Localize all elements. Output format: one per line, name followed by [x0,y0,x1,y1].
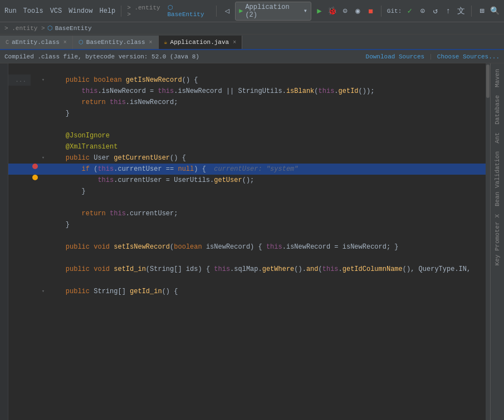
warning-dot [32,175,38,180]
back-button[interactable]: ◁ [222,6,232,16]
profile-button[interactable]: ◉ [353,6,363,16]
scrollbar-thumb[interactable] [486,65,490,98]
code-line: public void setIsNewRecord(boolean isNew… [8,241,490,253]
tab-label-application: Application.java [170,39,229,46]
java-icon: ☕ [164,39,168,46]
database-label[interactable]: Database [493,92,502,128]
code-line: } [8,108,490,119]
breadcrumb-baseentity[interactable]: ⬡ BaseEntity [168,4,211,18]
breadcrumb-icon: ⬡ [47,24,53,32]
key-promoter-label[interactable]: Key Promoter X [493,211,502,269]
menu-window[interactable]: Window [68,7,92,15]
code-line: ▾ public String[] getId_in() { [8,286,490,297]
close-aentity-icon[interactable]: × [63,39,67,46]
code-line: @JsonIgnore [8,130,490,141]
choose-sources-link[interactable]: Choose Sources... [437,53,500,60]
notification-text: Compiled .class file, bytecode version: … [4,53,199,60]
tab-label-aentity: aEntity.class [12,39,60,46]
close-application-icon[interactable]: × [233,39,236,46]
layout-button[interactable]: ⊞ [477,6,487,16]
bean-validation-label[interactable]: Bean Validation [493,148,502,210]
code-line: return this.currentUser; [8,208,490,219]
notification-bar: Compiled .class file, bytecode version: … [0,50,504,63]
breakpoint-dot [32,164,38,169]
tabs-bar: C aEntity.class × ⬡ BaseEntity.class × ☕… [0,34,504,50]
debug-button[interactable]: 🐞 [327,6,337,16]
right-panel: Maven Database Ant Bean Validation Key P… [490,63,504,420]
menu-bar: Run Tools VCS Window Help [4,7,115,15]
app-run-dropdown[interactable]: ▶ Application (2) ▾ [235,2,311,21]
git-clock[interactable]: ⊙ [418,6,427,16]
code-line: } [8,219,490,230]
ant-label[interactable]: Ant [493,129,502,147]
breadcrumb-entity: > .entity > [127,4,165,18]
run-button[interactable]: ▶ [315,6,324,16]
code-line: this.isNewRecord = this.isNewRecord || S… [8,86,490,97]
git-push[interactable]: ↑ [443,6,453,16]
breadcrumb-class: BaseEntity [55,25,92,32]
tab-aentity[interactable]: C aEntity.class × [0,36,73,49]
top-toolbar: Run Tools VCS Window Help > .entity > ⬡ … [0,0,504,22]
code-line: @XmlTransient [8,141,490,152]
download-sources-link[interactable]: Download Sources [366,53,425,60]
tab-label-baseentity: BaseEntity.class [86,39,145,46]
class-icon-base: ⬡ [79,39,84,46]
left-gutter [0,63,8,420]
translate-button[interactable]: 文 [456,6,466,16]
class-icon: C [6,39,9,46]
code-line [8,230,490,241]
git-update[interactable]: ↺ [430,6,440,16]
code-line: public void setId_in(String[] ids) { thi… [8,264,490,275]
search-everywhere-button[interactable]: 🔍 [490,6,500,16]
code-line: this.currentUser = UserUtils.getUser(); [8,175,490,186]
menu-tools[interactable]: Tools [23,7,43,15]
menu-vcs[interactable]: VCS [50,7,62,15]
git-check[interactable]: ✓ [405,6,414,16]
menu-run[interactable]: Run [4,7,17,15]
vertical-scrollbar[interactable] [486,63,490,420]
run-coverage-button[interactable]: ⊙ [340,6,350,16]
tab-application-java[interactable]: ☕ Application.java × [159,36,243,49]
toolbar-icons: > .entity > ⬡ BaseEntity [127,4,211,18]
app-label: Application (2) [245,3,301,19]
breadcrumb-bar: > .entity > ⬡ BaseEntity [0,22,504,34]
code-editor[interactable]: ... ▾ public boolean getIsNewRecord() { … [8,63,490,420]
maven-label[interactable]: Maven [493,66,502,91]
tab-baseentity[interactable]: ⬡ BaseEntity.class × [73,36,159,49]
git-label: Git: [387,8,402,14]
stop-button[interactable]: ◼ [366,6,375,16]
main-layout: ... ▾ public boolean getIsNewRecord() { … [0,63,504,420]
code-line: return this.isNewRecord; [8,97,490,108]
code-line [8,119,490,130]
menu-help[interactable]: Help [99,7,115,15]
code-line [8,253,490,264]
code-line [8,275,490,286]
code-line: } [8,186,490,197]
code-line: ... ▾ public boolean getIsNewRecord() { [8,75,490,86]
code-line [8,197,490,208]
code-line: ▾ public User getCurrentUser() { [8,152,490,164]
close-baseentity-icon[interactable]: × [149,39,152,46]
code-line-highlighted: if (this.currentUser == null) { currentU… [8,164,490,175]
breadcrumb-path: > .entity > [4,25,45,32]
code-line [8,63,490,75]
